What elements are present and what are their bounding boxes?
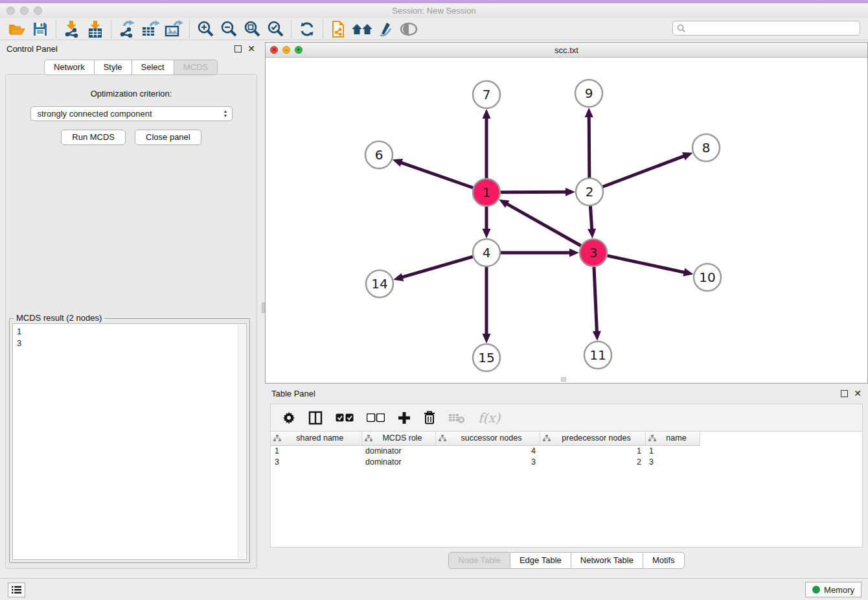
search-input[interactable] xyxy=(689,24,856,33)
graph-edge-1-6[interactable] xyxy=(400,163,473,188)
graph-node-15[interactable]: 15 xyxy=(473,344,500,371)
graph-edge-3-11[interactable] xyxy=(594,267,597,332)
table-panel: Table Panel ✕ xyxy=(265,386,868,578)
zoom-window-button[interactable] xyxy=(34,6,42,15)
tab-mcds[interactable]: MCDS xyxy=(174,60,218,75)
column-layout-button[interactable] xyxy=(308,411,323,425)
float-panel-icon[interactable] xyxy=(234,45,242,52)
delete-table-button[interactable] xyxy=(448,412,465,424)
graph-node-11[interactable]: 11 xyxy=(584,341,611,369)
titlebar: Session: New Session xyxy=(0,3,868,18)
table-cell[interactable]: 3 xyxy=(271,456,361,467)
hide-graphics-details-button[interactable] xyxy=(397,19,420,39)
memory-label: Memory xyxy=(824,585,854,595)
svg-text:15: 15 xyxy=(478,350,494,365)
column-header-MCDS-role[interactable]: MCDS role xyxy=(361,432,435,445)
graph-node-2[interactable]: 2 xyxy=(576,178,603,205)
result-scrollbar[interactable] xyxy=(238,325,246,559)
tab-node-table[interactable]: Node Table xyxy=(448,552,510,569)
import-network-button[interactable] xyxy=(60,19,84,39)
close-window-button[interactable] xyxy=(6,6,15,15)
toolbar-separator xyxy=(323,20,323,38)
graph-node-14[interactable]: 14 xyxy=(366,270,393,297)
graph-edge-1-2[interactable] xyxy=(501,192,567,192)
new-network-from-selection-button[interactable] xyxy=(327,19,350,39)
zoom-in-button[interactable] xyxy=(194,19,217,39)
table-cell[interactable]: 3 xyxy=(435,456,540,467)
mcds-result-text[interactable]: 1 3 xyxy=(12,323,247,560)
deselect-all-columns-button[interactable] xyxy=(367,413,385,422)
graph-node-1[interactable]: 1 xyxy=(473,179,500,206)
table-settings-button[interactable] xyxy=(282,411,295,424)
graph-node-7[interactable]: 7 xyxy=(473,81,500,108)
tab-network-table[interactable]: Network Table xyxy=(571,552,643,569)
table-cell[interactable]: 1 xyxy=(645,445,700,456)
close-panel-icon[interactable]: ✕ xyxy=(247,44,255,53)
graph-node-9[interactable]: 9 xyxy=(575,80,602,107)
graph-node-6[interactable]: 6 xyxy=(365,141,393,168)
open-session-button[interactable] xyxy=(5,19,29,39)
network-canvas[interactable]: 7968124314101511 xyxy=(266,58,867,383)
table-cell[interactable]: 3 xyxy=(645,456,700,467)
edge-arrowhead xyxy=(483,229,491,238)
run-mcds-button[interactable]: Run MCDS xyxy=(61,130,126,145)
import-table-button[interactable] xyxy=(84,19,107,39)
export-network-button[interactable] xyxy=(115,19,139,39)
table-cell[interactable]: 1 xyxy=(271,445,361,456)
float-table-panel-icon[interactable] xyxy=(841,390,848,397)
column-header-predecessor-nodes[interactable]: predecessor nodes xyxy=(540,432,645,445)
graph-edge-3-10[interactable] xyxy=(608,256,685,273)
minimize-window-button[interactable] xyxy=(20,6,29,15)
column-header-successor-nodes[interactable]: successor nodes xyxy=(435,432,540,445)
tab-select[interactable]: Select xyxy=(132,60,174,75)
tab-edge-table[interactable]: Edge Table xyxy=(510,552,571,569)
zoom-out-button[interactable] xyxy=(217,19,240,39)
edge-arrowhead xyxy=(585,108,593,117)
first-neighbors-button[interactable] xyxy=(350,19,374,39)
graph-edge-4-14[interactable] xyxy=(402,257,473,277)
zoom-fit-button[interactable] xyxy=(240,19,264,39)
table-row[interactable]: 3dominator323 xyxy=(271,456,700,467)
graph-edge-3-1[interactable] xyxy=(506,203,580,246)
optimization-criterion-select[interactable]: strongly connected component ▲▼ xyxy=(30,106,233,121)
graph-node-3[interactable]: 3 xyxy=(580,239,607,266)
table-cell[interactable]: dominator xyxy=(361,445,435,456)
table-row[interactable]: 1dominator411 xyxy=(271,445,700,456)
svg-text:11: 11 xyxy=(589,347,606,363)
tab-network[interactable]: Network xyxy=(44,60,95,75)
search-box[interactable] xyxy=(672,21,860,36)
table-cell[interactable]: 2 xyxy=(540,456,645,467)
export-image-button[interactable] xyxy=(162,19,185,39)
houses-icon xyxy=(351,21,373,37)
memory-button[interactable]: Memory xyxy=(805,582,862,597)
graph-node-8[interactable]: 8 xyxy=(692,134,720,161)
save-session-button[interactable] xyxy=(29,19,52,39)
task-history-button[interactable] xyxy=(8,583,25,597)
table-tabs: Node TableEdge TableNetwork TableMotifs xyxy=(265,552,868,569)
tab-motifs[interactable]: Motifs xyxy=(643,552,685,569)
canvas-grip[interactable] xyxy=(561,377,566,382)
graph-node-10[interactable]: 10 xyxy=(694,264,721,291)
table-cell[interactable]: dominator xyxy=(361,456,435,467)
create-column-button[interactable] xyxy=(398,411,411,424)
select-all-columns-button[interactable] xyxy=(336,413,354,422)
table-cell[interactable]: 4 xyxy=(435,445,540,456)
graph-edge-2-3[interactable] xyxy=(590,206,591,230)
delete-columns-button[interactable] xyxy=(424,411,435,424)
close-table-panel-icon[interactable]: ✕ xyxy=(854,389,862,398)
refresh-button[interactable] xyxy=(295,19,319,39)
show-graphics-details-button[interactable] xyxy=(374,19,397,39)
column-header-name[interactable]: name xyxy=(645,432,700,445)
table-cell[interactable]: 1 xyxy=(540,445,645,456)
graph-node-4[interactable]: 4 xyxy=(473,239,500,266)
function-builder-button[interactable]: f(x) xyxy=(478,410,500,426)
tab-style[interactable]: Style xyxy=(95,60,132,75)
zoom-selected-button[interactable] xyxy=(264,19,287,39)
export-table-button[interactable] xyxy=(139,19,162,39)
main-toolbar xyxy=(0,18,868,40)
graph-edge-2-8[interactable] xyxy=(603,156,685,187)
column-header-shared-name[interactable]: shared name xyxy=(271,432,361,445)
close-panel-button[interactable]: Close panel xyxy=(135,130,201,145)
graph-edge-2-9[interactable] xyxy=(589,116,589,178)
import-table-icon xyxy=(87,20,104,38)
